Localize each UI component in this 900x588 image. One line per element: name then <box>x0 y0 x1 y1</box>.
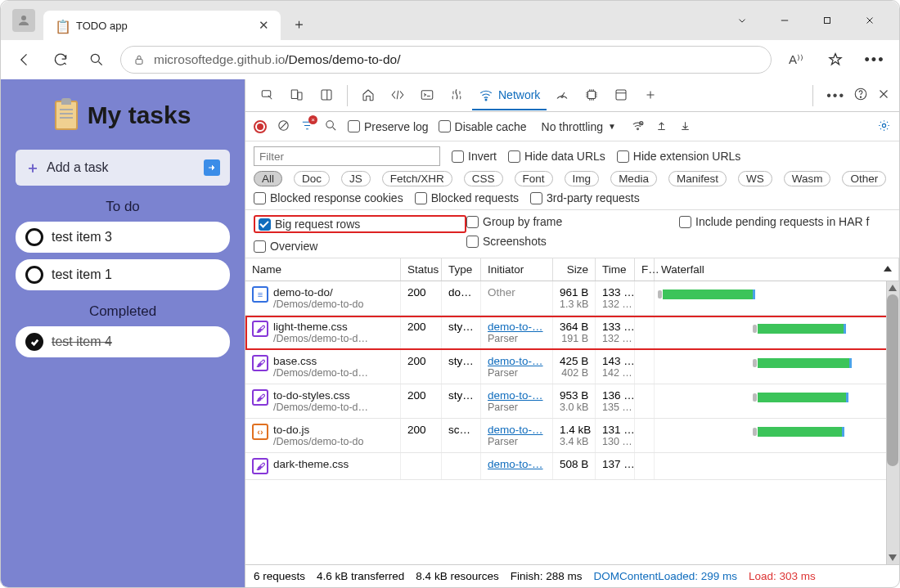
performance-tab[interactable] <box>548 81 576 110</box>
screenshots-checkbox[interactable]: Screenshots <box>466 235 679 248</box>
blocked-cookies-checkbox[interactable]: Blocked response cookies <box>254 191 403 204</box>
network-tab[interactable]: Network <box>472 81 547 110</box>
add-task-input[interactable]: ＋ Add a task <box>16 150 230 186</box>
url-input[interactable]: microsoftedge.github.io/Demos/demo-to-do… <box>120 46 772 74</box>
more-tabs-icon[interactable] <box>637 81 664 110</box>
status-load: Load: 303 ms <box>749 570 816 582</box>
memory-tab[interactable] <box>578 81 605 110</box>
minimize-button[interactable] <box>773 9 796 32</box>
url-text: microsoftedge.github.io/Demos/demo-to-do… <box>154 52 401 67</box>
filter-pill-ws[interactable]: WS <box>738 171 772 186</box>
preserve-log-checkbox[interactable]: Preserve log <box>348 120 429 133</box>
back-button[interactable] <box>12 47 37 72</box>
application-tab[interactable] <box>607 81 635 110</box>
download-har-icon[interactable] <box>678 119 692 135</box>
sort-indicator-icon <box>884 266 892 272</box>
css-file-icon: 🖌 <box>252 321 268 337</box>
css-file-icon: 🖌 <box>252 355 268 371</box>
browser-tab[interactable]: 📋 TODO app ✕ <box>43 11 281 40</box>
table-row[interactable]: 🖌to-do-styles.css/Demos/demo-to-d… 200 s… <box>245 384 899 419</box>
lock-icon <box>133 53 146 66</box>
inspect-icon[interactable] <box>254 81 281 110</box>
todo-item[interactable]: test item 3 <box>16 222 230 253</box>
filter-pill-media[interactable]: Media <box>610 171 657 186</box>
table-header[interactable]: Name Status Type Initiator Size Time F… … <box>245 258 899 281</box>
new-tab-button[interactable]: ＋ <box>286 11 312 37</box>
svg-point-23 <box>637 128 639 129</box>
search-icon[interactable] <box>324 119 338 135</box>
checkbox-icon[interactable] <box>25 228 43 246</box>
table-row[interactable]: ‹›to-do.js/Demos/demo-to-do 200 script d… <box>245 419 899 453</box>
filter-pill-manifest[interactable]: Manifest <box>668 171 727 186</box>
blocked-requests-checkbox[interactable]: Blocked requests <box>415 191 519 204</box>
overview-checkbox[interactable]: Overview <box>254 240 466 253</box>
welcome-tab[interactable] <box>354 81 382 110</box>
network-toolbar: × Preserve log Disable cache No throttli… <box>245 112 899 141</box>
scrollbar[interactable] <box>886 281 899 564</box>
table-row[interactable]: ≡demo-to-do//Demos/demo-to-do 200 doc… O… <box>245 281 899 316</box>
device-icon[interactable] <box>283 81 311 110</box>
maximize-button[interactable] <box>816 9 839 32</box>
submit-arrow-icon[interactable] <box>204 159 220 176</box>
favorite-button[interactable] <box>822 47 848 73</box>
completed-item[interactable]: test item 4 <box>16 326 230 357</box>
filter-pill-doc[interactable]: Doc <box>294 171 330 186</box>
search-button[interactable] <box>84 47 109 72</box>
caret-down-icon[interactable] <box>731 9 754 32</box>
record-button[interactable] <box>254 120 267 133</box>
include-pending-checkbox[interactable]: Include pending requests in HAR f <box>679 215 891 228</box>
svg-point-25 <box>882 123 885 127</box>
scroll-thumb[interactable] <box>887 294 898 466</box>
filter-pill-all[interactable]: All <box>254 171 282 186</box>
scroll-up-icon[interactable] <box>889 283 897 291</box>
checkbox-icon[interactable] <box>25 266 43 284</box>
third-party-checkbox[interactable]: 3rd-party requests <box>530 191 640 204</box>
filter-pill-css[interactable]: CSS <box>464 171 503 186</box>
table-row[interactable]: 🖌base.css/Demos/demo-to-d… 200 styl… dem… <box>245 350 899 384</box>
group-by-frame-checkbox[interactable]: Group by frame <box>466 215 679 228</box>
svg-rect-4 <box>136 59 142 64</box>
help-icon[interactable] <box>853 87 868 105</box>
hide-data-urls-checkbox[interactable]: Hide data URLs <box>508 150 605 163</box>
disable-cache-checkbox[interactable]: Disable cache <box>439 120 527 133</box>
more-button[interactable]: ••• <box>862 47 888 73</box>
devtools-more-icon[interactable]: ••• <box>826 88 845 103</box>
console-tab[interactable] <box>413 81 441 110</box>
filter-pill-wasm[interactable]: Wasm <box>784 171 831 186</box>
refresh-button[interactable] <box>48 47 73 72</box>
table-row[interactable]: 🖌light-theme.css/Demos/demo-to-d… 200 st… <box>245 316 899 350</box>
tab-title: TODO app <box>76 20 250 32</box>
close-devtools-icon[interactable] <box>876 87 891 105</box>
close-tab-icon[interactable]: ✕ <box>259 18 269 33</box>
svg-point-19 <box>860 97 861 97</box>
filter-pill-img[interactable]: Img <box>565 171 600 186</box>
big-request-rows-checkbox[interactable]: Big request rows <box>259 218 461 231</box>
network-status-bar: 6 requests 4.6 kB transferred 8.4 kB res… <box>245 564 899 587</box>
filter-toggle-icon[interactable]: × <box>300 119 314 135</box>
dock-icon[interactable] <box>313 81 340 110</box>
upload-har-icon[interactable] <box>655 119 668 135</box>
filter-pill-font[interactable]: Font <box>515 171 553 186</box>
close-window-button[interactable] <box>858 9 881 32</box>
sources-tab[interactable] <box>443 81 470 110</box>
invert-checkbox[interactable]: Invert <box>452 150 497 163</box>
scroll-down-icon[interactable] <box>889 554 897 563</box>
todo-item[interactable]: test item 1 <box>16 259 230 290</box>
js-file-icon: ‹› <box>252 424 268 440</box>
checkbox-checked-icon[interactable] <box>25 333 43 351</box>
table-row[interactable]: 🖌dark-theme.css demo-to-… 508 B 137 … <box>245 453 899 480</box>
filter-pill-fetchxhr[interactable]: Fetch/XHR <box>382 171 452 186</box>
filter-pill-other[interactable]: Other <box>842 171 886 186</box>
filter-pill-js[interactable]: JS <box>341 171 371 186</box>
profile-button[interactable] <box>12 9 35 32</box>
filter-input[interactable] <box>254 146 440 166</box>
throttling-select[interactable]: No throttling ▼ <box>537 119 621 135</box>
clear-icon[interactable] <box>277 119 290 135</box>
network-conditions-icon[interactable] <box>631 119 645 135</box>
devtools-panel: Network ••• × Preserve log Disable cache… <box>245 79 899 587</box>
network-settings-icon[interactable] <box>877 119 891 135</box>
read-aloud-button[interactable]: A⁾⁾ <box>783 47 809 73</box>
col-f: F… <box>635 258 655 281</box>
elements-tab[interactable] <box>384 81 412 110</box>
hide-ext-urls-checkbox[interactable]: Hide extension URLs <box>617 150 741 163</box>
